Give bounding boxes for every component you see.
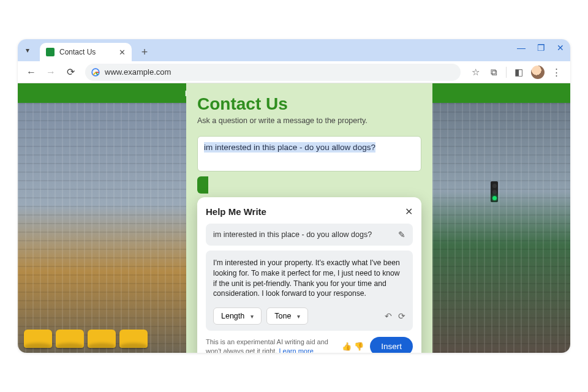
- bookmark-star-icon[interactable]: ☆: [469, 66, 481, 78]
- insert-button[interactable]: Insert: [370, 337, 413, 353]
- help-me-write-panel: Help Me Write ✕ im interested in this pl…: [197, 197, 421, 353]
- edit-prompt-pencil-icon[interactable]: ✎: [398, 230, 405, 239]
- thumbs-down-icon[interactable]: 👎: [354, 342, 364, 351]
- hmw-prompt-text: im interested in this place - do you all…: [213, 230, 372, 239]
- hmw-disclaimer: This is an experimental AI writing aid a…: [206, 337, 336, 353]
- toolbar-right: ☆ ⧉ ◧ ⋮: [467, 66, 565, 79]
- tab-search-chevron-icon[interactable]: ▾: [20, 43, 35, 58]
- window-controls: — ❐ ✕: [516, 43, 565, 53]
- tab-close-icon[interactable]: ✕: [119, 48, 126, 57]
- tab-title: Contact Us: [59, 48, 96, 56]
- omnibox[interactable]: www.example.com: [85, 64, 461, 81]
- nav-back-icon[interactable]: ←: [23, 64, 40, 81]
- browser-window: ▾ Contact Us ✕ + — ❐ ✕ ← → ⟳ www.example: [18, 39, 570, 353]
- undo-icon[interactable]: ↶: [385, 311, 392, 321]
- tab-strip: ▾ Contact Us ✕ + — ❐ ✕: [18, 39, 570, 61]
- message-input[interactable]: im interested in this place - do you all…: [197, 136, 421, 172]
- tone-dropdown[interactable]: Tone ▾: [266, 307, 308, 325]
- message-selected-text: im interested in this place - do you all…: [204, 142, 375, 153]
- chevron-down-icon: ▾: [297, 313, 300, 320]
- hmw-generated-text: I'm interested in your property. It's ex…: [213, 258, 405, 299]
- hmw-close-icon[interactable]: ✕: [405, 206, 413, 217]
- profile-avatar-icon[interactable]: [531, 66, 545, 79]
- close-window-icon[interactable]: ✕: [556, 43, 565, 53]
- hero-bg-right: [432, 83, 570, 353]
- reload-icon[interactable]: ⟳: [62, 64, 79, 81]
- page-title: Contact Us: [197, 94, 421, 114]
- kebab-menu-icon[interactable]: ⋮: [551, 66, 563, 78]
- hmw-body: I'm interested in your property. It's ex…: [206, 251, 413, 331]
- page-subtitle: Ask a question or write a message to the…: [197, 116, 421, 125]
- length-dropdown[interactable]: Length ▾: [213, 307, 262, 325]
- tab-favicon-icon: [46, 48, 55, 56]
- sidepanel-icon[interactable]: ◧: [513, 66, 525, 78]
- url-text: www.example.com: [105, 67, 171, 77]
- send-button-edge[interactable]: [197, 176, 208, 194]
- toolbar: ← → ⟳ www.example.com ☆ ⧉ ◧ ⋮: [18, 61, 570, 83]
- hero-bg-left: [18, 83, 186, 353]
- length-label: Length: [221, 312, 244, 320]
- hmw-prompt-row: im interested in this place - do you all…: [206, 224, 413, 246]
- nav-forward-icon[interactable]: →: [42, 64, 59, 81]
- new-tab-button[interactable]: +: [137, 44, 153, 60]
- chevron-down-icon: ▾: [251, 313, 254, 320]
- minimize-icon[interactable]: —: [516, 43, 526, 53]
- regenerate-icon[interactable]: ⟳: [398, 311, 405, 321]
- extensions-icon[interactable]: ⧉: [488, 66, 500, 78]
- site-g-icon: [91, 68, 100, 77]
- hero-taxis: [24, 330, 148, 348]
- learn-more-link[interactable]: Learn more: [279, 347, 314, 353]
- hmw-title: Help Me Write: [206, 206, 266, 217]
- thumbs-up-icon[interactable]: 👍: [342, 342, 352, 351]
- tone-label: Tone: [274, 312, 291, 320]
- traffic-light-icon: [491, 181, 498, 202]
- toolbar-separator: [506, 67, 507, 78]
- maximize-icon[interactable]: ❐: [536, 43, 546, 53]
- browser-tab[interactable]: Contact Us ✕: [40, 43, 132, 61]
